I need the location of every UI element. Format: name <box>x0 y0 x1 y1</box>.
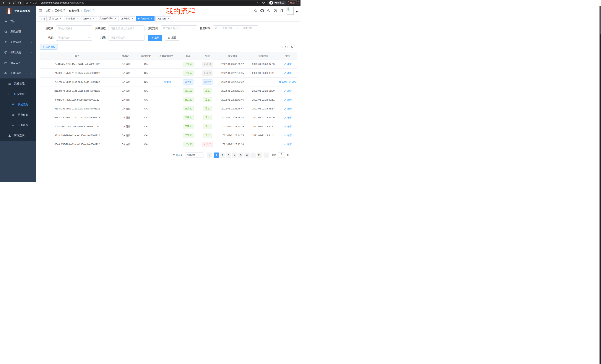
bookmark-star-icon[interactable] <box>262 1 265 4</box>
cancel-action[interactable]: 取消 <box>279 80 287 84</box>
sidebar-item-dev-tools[interactable]: 研发工具 <box>0 58 36 68</box>
reset-button[interactable]: 重置 <box>165 35 180 41</box>
logo-rabbit-image <box>6 8 12 14</box>
result-select[interactable]: 请选择流结果 <box>108 35 145 41</box>
process-def-input[interactable] <box>108 25 145 31</box>
process-id: 52ffd28e-7b9a-11ec-a290-acde48001122 <box>40 125 114 128</box>
page-number-button[interactable]: 5 <box>238 153 243 158</box>
detail-action[interactable]: 详情 <box>284 98 292 102</box>
browser-back-button[interactable] <box>1 0 6 5</box>
sidebar-fold-icon[interactable] <box>39 9 42 12</box>
security-chip[interactable]: 不安全 <box>26 1 37 4</box>
sidebar-menu: 首页系统管理¥支付管理基础设施研发工具工作流程流程管理任务管理我的流程待办任务已… <box>0 16 36 141</box>
password-key-icon[interactable] <box>257 1 260 4</box>
close-icon[interactable]: × <box>114 18 117 20</box>
detail-action[interactable]: 详情 <box>284 143 292 146</box>
detail-action[interactable]: 详情 <box>284 116 292 119</box>
breadcrumb-home[interactable]: 首页 <box>45 9 50 12</box>
detail-action[interactable]: 详情 <box>284 134 292 137</box>
result-badge: 通过 <box>203 97 212 102</box>
result-cell: 通过 <box>198 133 217 138</box>
category-select[interactable]: 请选择流程分类 <box>161 25 197 31</box>
address-bar[interactable]: 不安全 dashboard.yudao.iocoder.cn/bpm/task/… <box>24 0 267 5</box>
close-icon[interactable]: × <box>92 18 95 20</box>
browser-toolbar: 不安全 dashboard.yudao.iocoder.cn/bpm/task/… <box>0 0 300 6</box>
search-icon[interactable] <box>254 9 257 12</box>
page-number-button[interactable]: 6 <box>244 153 250 158</box>
help-icon[interactable] <box>267 9 270 12</box>
result-badge: 通过 <box>203 115 212 120</box>
submit-time-range-picker[interactable]: 开始日期 - 结束日期 <box>213 25 258 31</box>
close-icon[interactable]: × <box>167 18 170 20</box>
sidebar-item-workflow[interactable]: 工作流程 <box>0 68 36 78</box>
process-name-input[interactable] <box>56 25 92 31</box>
sidebar-item-task-mgmt[interactable]: 任务管理 <box>0 89 36 99</box>
refresh-table-button[interactable] <box>290 44 295 49</box>
github-icon[interactable] <box>260 9 264 12</box>
browser-reload-button[interactable] <box>12 0 17 5</box>
toolbox-icon <box>4 72 7 75</box>
process-category: OA <box>138 98 154 101</box>
page-number-button[interactable]: 4 <box>232 153 237 158</box>
process-id: 819442e8-7b9a-11ec-a290-acde48001122 <box>40 107 114 110</box>
status-select[interactable]: 请选择状态 <box>56 35 92 41</box>
tab-process-form[interactable]: 流程表单× <box>81 16 97 21</box>
browser-home-button[interactable] <box>17 0 22 5</box>
more-pages-button[interactable]: ··· <box>250 153 256 158</box>
avatar[interactable] <box>287 7 294 15</box>
fullscreen-icon[interactable] <box>274 9 277 12</box>
browser-menu-icon[interactable] <box>296 1 297 4</box>
prev-page-button[interactable] <box>207 153 212 158</box>
tab-start-process[interactable]: 发起流程× <box>155 16 171 21</box>
tab-home[interactable]: 首页 <box>39 16 47 21</box>
action-label: 详情 <box>287 98 292 102</box>
page-number-button[interactable]: 11 <box>257 153 262 158</box>
process-name: OA 请假 <box>114 134 137 137</box>
sidebar-item-my-process[interactable]: 我的流程 <box>0 99 36 110</box>
caret-down-icon[interactable] <box>296 11 298 13</box>
close-icon[interactable]: × <box>76 18 78 20</box>
edit-icon <box>289 81 291 83</box>
breadcrumb-task-mgmt[interactable]: 任务管理 <box>69 9 80 12</box>
page-size-select[interactable]: 10条/页 <box>185 153 204 158</box>
sidebar-item-home[interactable]: 首页 <box>0 16 36 27</box>
browser-update-button[interactable]: 更新 <box>288 0 299 5</box>
breadcrumb-workflow[interactable]: 工作流程 <box>55 9 65 12</box>
tab-process-definition[interactable]: 流程定义× <box>48 16 63 21</box>
task-link[interactable]: 一级审批 <box>161 80 171 84</box>
next-page-button[interactable] <box>263 153 269 158</box>
search-button[interactable]: 搜索 <box>148 35 162 41</box>
font-size-icon[interactable]: TT <box>280 9 283 12</box>
toggle-search-button[interactable] <box>282 44 288 49</box>
tab-my-process[interactable]: 我的流程× <box>136 16 155 21</box>
sidebar-item-system[interactable]: 系统管理 <box>0 27 36 37</box>
detail-action[interactable]: 详情 <box>284 89 292 93</box>
detail-action[interactable]: 详情 <box>284 125 292 128</box>
row-actions: 详情 <box>279 116 297 119</box>
detail-action[interactable]: 详情 <box>284 107 292 110</box>
page-number-button[interactable]: 3 <box>226 153 231 158</box>
create-process-button[interactable]: 发起流程 <box>40 44 58 49</box>
sidebar-item-leave-query[interactable]: 请假查询 <box>0 130 36 141</box>
close-icon[interactable]: × <box>150 18 153 20</box>
sidebar-item-process-mgmt[interactable]: 流程管理 <box>0 78 36 89</box>
detail-action[interactable]: 详情 <box>284 63 292 66</box>
tab-process-form-edit[interactable]: 流程表单-编辑× <box>98 16 119 21</box>
tab-process-model[interactable]: 流程模型× <box>64 16 80 21</box>
detail-action[interactable]: 详情 <box>289 80 297 84</box>
sidebar-item-done-task[interactable]: 已办任务 <box>0 120 36 130</box>
table-row: 7470a810-7b9b-11ec-b5b7-acde48001122OA 请… <box>40 69 297 77</box>
goto-page-input[interactable] <box>278 153 285 158</box>
sidebar-item-infrastructure[interactable]: 基础设施 <box>0 47 36 58</box>
detail-action[interactable]: 详情 <box>284 71 292 75</box>
sidebar-item-payment[interactable]: ¥支付管理 <box>0 37 36 47</box>
page-number-button[interactable]: 2 <box>220 153 225 158</box>
close-icon[interactable]: × <box>131 18 134 20</box>
sidebar-item-todo-task[interactable]: 待办任务 <box>0 110 36 120</box>
page-number-button[interactable]: 1 <box>214 153 219 158</box>
app-logo[interactable]: 芋道管理系统 <box>0 6 36 16</box>
submit-time: 2022-01-23 00:06:17 <box>217 63 248 66</box>
tab-user-group[interactable]: 用户分组× <box>120 16 135 21</box>
close-icon[interactable]: × <box>59 18 62 20</box>
browser-forward-button[interactable] <box>7 0 11 5</box>
